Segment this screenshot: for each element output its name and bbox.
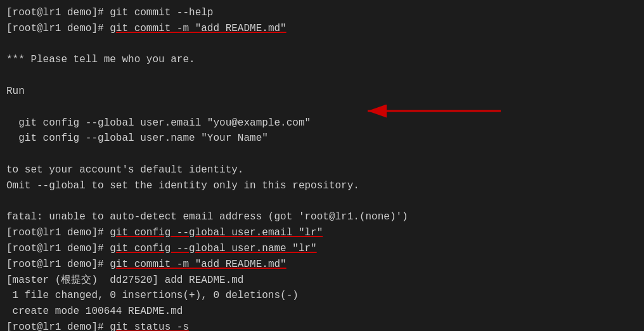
- terminal-output-createmode: create mode 100644 README.md: [6, 304, 638, 320]
- blank-line: [6, 194, 638, 210]
- blank-line: [6, 37, 638, 53]
- blank-line: [6, 68, 638, 84]
- terminal-line-commit2: [root@lr1 demo]# git commit -m "add READ…: [6, 257, 638, 273]
- blank-line: [6, 100, 638, 115]
- underlined-status-cmd: git status -s: [110, 321, 189, 331]
- prompt-text: [root@lr1 demo]# git commit --help: [6, 7, 213, 18]
- terminal-line-1: [root@lr1 demo]# git commit --help: [6, 5, 638, 21]
- terminal-line-status: [root@lr1 demo]# git status -s: [6, 320, 638, 331]
- underlined-commit2: git commit -m "add README.md": [110, 259, 286, 270]
- terminal-line-2: [root@lr1 demo]# git commit -m "add READ…: [6, 21, 638, 37]
- prompt-text: [root@lr1 demo]#: [6, 321, 110, 331]
- blank-line: [6, 146, 638, 162]
- terminal-output-config-name: git config --global user.name "Your Name…: [6, 131, 638, 146]
- terminal-output-run: Run: [6, 84, 638, 100]
- prompt-text: [root@lr1 demo]#: [6, 259, 110, 270]
- terminal-output-master: [master (根提交) dd27520] add README.md: [6, 273, 638, 289]
- terminal-window: [root@lr1 demo]# git commit --help [root…: [0, 0, 644, 331]
- terminal-line-email-lr: [root@lr1 demo]# git config --global use…: [6, 225, 638, 241]
- prompt-text: [root@lr1 demo]#: [6, 23, 110, 34]
- underlined-email-cmd: git config --global user.email "lr": [110, 227, 323, 238]
- terminal-output-please: *** Please tell me who you are.: [6, 52, 638, 68]
- terminal-output-filechanged: 1 file changed, 0 insertions(+), 0 delet…: [6, 288, 638, 304]
- terminal-output-omit: Omit --global to set the identity only i…: [6, 178, 638, 194]
- prompt-text: [root@lr1 demo]#: [6, 227, 110, 238]
- terminal-output-fatal: fatal: unable to auto-detect email addre…: [6, 209, 638, 225]
- underlined-command: git commit -m "add README.md": [110, 23, 286, 34]
- terminal-line-name-lr: [root@lr1 demo]# git config --global use…: [6, 241, 638, 257]
- terminal-output-config-email: git config --global user.email "you@exam…: [6, 115, 638, 131]
- terminal-output-to-set: to set your account's default identity.: [6, 162, 638, 178]
- prompt-text: [root@lr1 demo]#: [6, 243, 110, 254]
- underlined-name-cmd: git config --global user.name "lr": [110, 243, 316, 254]
